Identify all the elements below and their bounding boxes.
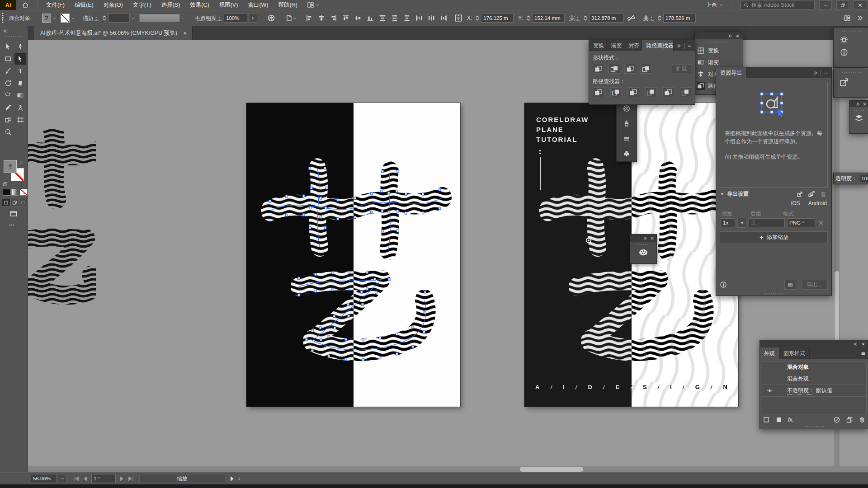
tab-对齐[interactable]: 对齐 bbox=[624, 40, 642, 51]
partial-artwork[interactable] bbox=[28, 129, 96, 341]
recolor-artwork-icon[interactable] bbox=[267, 14, 275, 22]
stroke-width-dropdown-icon[interactable] bbox=[131, 16, 136, 21]
unite-button[interactable] bbox=[593, 64, 604, 74]
panel-collapse-icon[interactable] bbox=[853, 342, 858, 347]
add-effect-button[interactable]: fx. bbox=[788, 417, 794, 423]
new-fill-icon[interactable] bbox=[775, 416, 783, 423]
dock-item-变换[interactable]: 变换 bbox=[695, 45, 743, 56]
layers-icon[interactable] bbox=[854, 113, 863, 122]
artboard-nav-field[interactable]: 1 bbox=[91, 474, 116, 483]
minus-front-button[interactable] bbox=[609, 64, 620, 74]
new-stroke-icon[interactable] bbox=[763, 416, 770, 423]
window-minimize-button[interactable] bbox=[819, 0, 832, 9]
next-artboard-button[interactable] bbox=[118, 475, 125, 482]
stroke-stepper[interactable] bbox=[101, 14, 108, 22]
puppet-warp-tool[interactable] bbox=[14, 102, 26, 113]
align-am-icon[interactable] bbox=[354, 14, 362, 22]
eyedropper-tool[interactable] bbox=[2, 102, 14, 113]
dock-close-icon[interactable] bbox=[735, 33, 740, 38]
dock-expand-icon[interactable] bbox=[855, 102, 860, 107]
first-artboard-button[interactable] bbox=[73, 475, 80, 482]
delete-scale-icon[interactable] bbox=[820, 191, 827, 198]
collapse-tools-icon[interactable] bbox=[3, 28, 8, 33]
document-tab[interactable]: AI教程-艺术创意海报.ai* @ 56.06% (CMYK/GPU 预览) bbox=[34, 26, 193, 40]
divide-button[interactable] bbox=[593, 87, 604, 97]
align-al-icon[interactable] bbox=[306, 14, 313, 22]
tab-图形样式[interactable]: 图形样式 bbox=[779, 347, 810, 359]
draw-normal-mode-button[interactable] bbox=[2, 199, 10, 206]
export-selected-icon[interactable] bbox=[796, 191, 803, 198]
info-icon[interactable] bbox=[720, 281, 727, 288]
document-close-icon[interactable] bbox=[183, 31, 188, 36]
align-at-icon[interactable] bbox=[342, 14, 349, 22]
none-button[interactable] bbox=[20, 189, 28, 196]
minus-back-button[interactable] bbox=[680, 87, 692, 97]
tab-外观[interactable]: 外观 bbox=[760, 347, 779, 359]
window-restore-button[interactable] bbox=[836, 0, 849, 9]
panel-close-icon[interactable] bbox=[861, 342, 866, 347]
stock-search-input[interactable] bbox=[750, 1, 802, 9]
ios-preset-button[interactable]: iOS bbox=[791, 200, 800, 206]
align-dhr-icon[interactable] bbox=[440, 14, 447, 22]
scale-dropdown-button[interactable] bbox=[737, 218, 746, 228]
panel-expand-icon[interactable] bbox=[642, 236, 647, 241]
draw-inside-mode-button[interactable] bbox=[19, 199, 28, 206]
default-fill-stroke-icon[interactable] bbox=[3, 182, 8, 187]
fill-dropdown-icon[interactable] bbox=[52, 16, 57, 21]
menu-item[interactable]: 效果(C) bbox=[185, 1, 214, 9]
reference-point-icon[interactable] bbox=[454, 14, 462, 22]
status-scroll-right-icon[interactable] bbox=[229, 475, 236, 482]
align-ar-icon[interactable] bbox=[330, 14, 337, 22]
control-overflow-icon[interactable] bbox=[856, 14, 863, 22]
hamburger-icon[interactable] bbox=[623, 135, 630, 142]
zoom-dropdown-button[interactable] bbox=[58, 474, 67, 483]
screen-mode-icon[interactable] bbox=[9, 210, 18, 218]
info-icon[interactable] bbox=[840, 48, 848, 56]
paintbrush-tool[interactable] bbox=[2, 65, 14, 77]
align-dvc-icon[interactable] bbox=[391, 14, 398, 22]
menu-item[interactable]: 文字(T) bbox=[128, 1, 156, 9]
scale-field[interactable]: 1x bbox=[721, 218, 735, 227]
outline-button[interactable] bbox=[662, 87, 674, 97]
palette-icon[interactable] bbox=[638, 247, 648, 257]
constrain-proportions-icon[interactable] bbox=[627, 14, 635, 22]
export-button[interactable]: 导出… bbox=[802, 280, 828, 290]
menu-item[interactable]: 窗口(W) bbox=[243, 1, 273, 9]
brush-definition-dropdown[interactable] bbox=[139, 14, 180, 22]
window-close-button[interactable] bbox=[854, 0, 866, 9]
fill-color-indicator[interactable]: ? bbox=[4, 160, 17, 173]
horizontal-scrollbar[interactable] bbox=[28, 466, 868, 472]
swap-fill-stroke-icon[interactable] bbox=[19, 160, 24, 165]
height-stepper[interactable] bbox=[656, 14, 663, 22]
menu-item[interactable]: 选择(S) bbox=[156, 1, 185, 9]
align-dhl-icon[interactable] bbox=[415, 14, 423, 22]
rectangle-tool[interactable] bbox=[2, 53, 14, 65]
menu-item[interactable]: 编辑(E) bbox=[70, 1, 99, 9]
artboard-1[interactable] bbox=[246, 103, 460, 407]
panel-collapse-icon[interactable] bbox=[813, 70, 818, 75]
tab-渐变[interactable]: 渐变 bbox=[607, 40, 624, 51]
settings-disclosure-icon[interactable] bbox=[720, 192, 725, 197]
panel-close-icon[interactable] bbox=[650, 236, 655, 241]
add-scale-button[interactable]: 添加缩放 bbox=[720, 231, 828, 243]
y-stepper[interactable] bbox=[525, 14, 532, 22]
dock-expand-icon[interactable] bbox=[727, 33, 732, 38]
suffix-field[interactable] bbox=[749, 218, 785, 227]
stroke-width-field[interactable] bbox=[108, 14, 130, 23]
export-multiple-icon[interactable] bbox=[808, 191, 815, 198]
appearance-row-blend-object[interactable]: 混合对象 bbox=[762, 361, 866, 373]
y-field[interactable]: 152.14 mm bbox=[532, 14, 565, 23]
export-list-button[interactable] bbox=[784, 280, 796, 290]
visibility-eye-icon[interactable] bbox=[767, 388, 772, 393]
floating-canvas-toolbar[interactable] bbox=[616, 100, 637, 162]
opacity-field[interactable]: 100% bbox=[224, 14, 247, 23]
brush-dropdown-icon[interactable] bbox=[181, 16, 186, 21]
width-stepper[interactable] bbox=[582, 14, 589, 22]
duplicate-item-icon[interactable] bbox=[846, 416, 853, 423]
gradient-tool[interactable] bbox=[14, 89, 26, 101]
workspace-switcher-icon[interactable] bbox=[307, 1, 314, 9]
tab-asset-export[interactable]: 资源导出 bbox=[716, 67, 746, 78]
gradient-button[interactable] bbox=[11, 189, 19, 196]
export-panel-icon[interactable] bbox=[839, 77, 849, 87]
more-tools-ellipsis[interactable]: … bbox=[9, 221, 15, 227]
